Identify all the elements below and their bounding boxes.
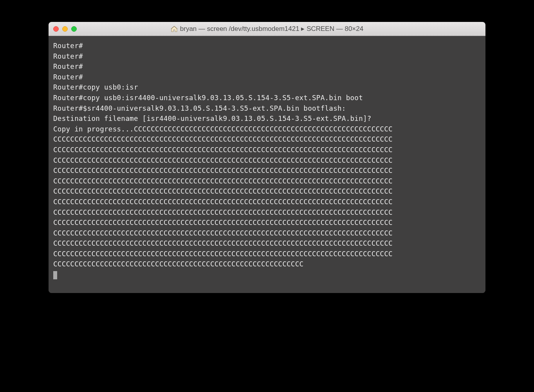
- terminal-line: Router#: [53, 61, 481, 72]
- title-container: bryan — screen /dev/tty.usbmodem1421 ▸ S…: [49, 25, 485, 33]
- terminal-line: Router#copy usb0:isr4400-universalk9.03.…: [53, 93, 481, 103]
- terminal-line: Router#$sr4400-universalk9.03.13.05.S.15…: [53, 103, 481, 114]
- terminal-line: CCCCCCCCCCCCCCCCCCCCCCCCCCCCCCCCCCCCCCCC…: [53, 176, 481, 187]
- terminal-line: CCCCCCCCCCCCCCCCCCCCCCCCCCCCCCCCCCCCCCCC…: [53, 238, 481, 249]
- terminal-line: CCCCCCCCCCCCCCCCCCCCCCCCCCCCCCCCCCCCCCCC…: [53, 218, 481, 228]
- terminal-line: CCCCCCCCCCCCCCCCCCCCCCCCCCCCCCCCCCCCCCCC…: [53, 155, 481, 166]
- terminal-line: CCCCCCCCCCCCCCCCCCCCCCCCCCCCCCCCCCCCCCCC…: [53, 134, 481, 145]
- terminal-line: Router#: [53, 41, 481, 51]
- titlebar[interactable]: bryan — screen /dev/tty.usbmodem1421 ▸ S…: [49, 22, 485, 36]
- terminal-line: CCCCCCCCCCCCCCCCCCCCCCCCCCCCCCCCCCCCCCCC…: [53, 228, 481, 239]
- terminal-line: Destination filename [isr4400-universalk…: [53, 113, 481, 124]
- terminal-line: CCCCCCCCCCCCCCCCCCCCCCCCCCCCCCCCCCCCCCCC…: [53, 207, 481, 218]
- terminal-line: CCCCCCCCCCCCCCCCCCCCCCCCCCCCCCCCCCCCCCCC…: [53, 249, 481, 259]
- terminal-body[interactable]: Router#Router#Router#Router#Router#copy …: [49, 36, 485, 293]
- terminal-line: CCCCCCCCCCCCCCCCCCCCCCCCCCCCCCCCCCCCCCCC…: [53, 165, 481, 176]
- terminal-line: CCCCCCCCCCCCCCCCCCCCCCCCCCCCCCCCCCCCCCCC…: [53, 145, 481, 155]
- terminal-last-line: [53, 270, 481, 280]
- minimize-button[interactable]: [62, 26, 68, 32]
- window-title: bryan — screen /dev/tty.usbmodem1421 ▸ S…: [180, 25, 363, 33]
- terminal-line: Router#copy usb0:isr: [53, 82, 481, 93]
- terminal-line: CCCCCCCCCCCCCCCCCCCCCCCCCCCCCCCCCCCCCCCC…: [53, 197, 481, 207]
- terminal-line: CCCCCCCCCCCCCCCCCCCCCCCCCCCCCCCCCCCCCCCC…: [53, 186, 481, 197]
- traffic-lights: [53, 26, 77, 32]
- terminal-line: Copy in progress...CCCCCCCCCCCCCCCCCCCCC…: [53, 124, 481, 135]
- terminal-line: Router#: [53, 72, 481, 83]
- terminal-line: CCCCCCCCCCCCCCCCCCCCCCCCCCCCCCCCCCCCCCCC…: [53, 259, 481, 270]
- maximize-button[interactable]: [71, 26, 77, 32]
- terminal-line: Router#: [53, 51, 481, 62]
- close-button[interactable]: [53, 26, 59, 32]
- cursor: [53, 271, 57, 279]
- terminal-window: bryan — screen /dev/tty.usbmodem1421 ▸ S…: [49, 22, 485, 293]
- home-icon: [171, 26, 178, 32]
